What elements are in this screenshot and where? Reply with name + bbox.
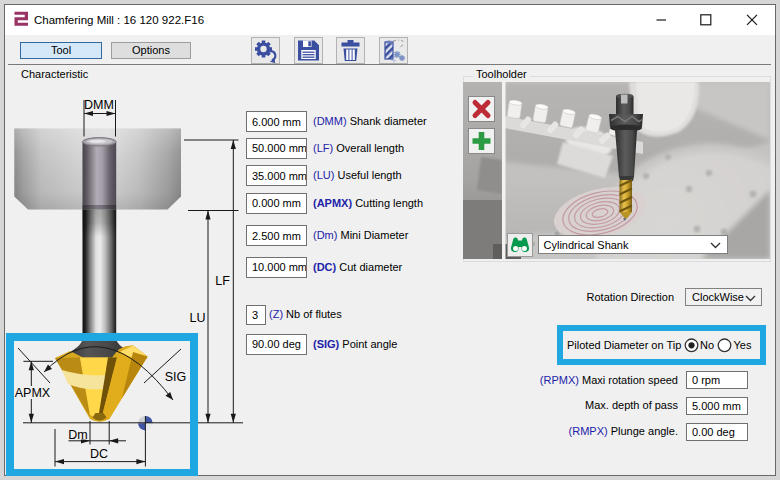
svg-text:LU: LU bbox=[190, 311, 206, 325]
svg-text:Dm: Dm bbox=[68, 428, 87, 442]
svg-text:DMM: DMM bbox=[84, 98, 114, 112]
svg-text:SIG: SIG bbox=[165, 370, 187, 384]
svg-text:LF: LF bbox=[215, 274, 230, 288]
svg-text:DC: DC bbox=[90, 447, 108, 461]
svg-text:APMX: APMX bbox=[15, 386, 51, 400]
